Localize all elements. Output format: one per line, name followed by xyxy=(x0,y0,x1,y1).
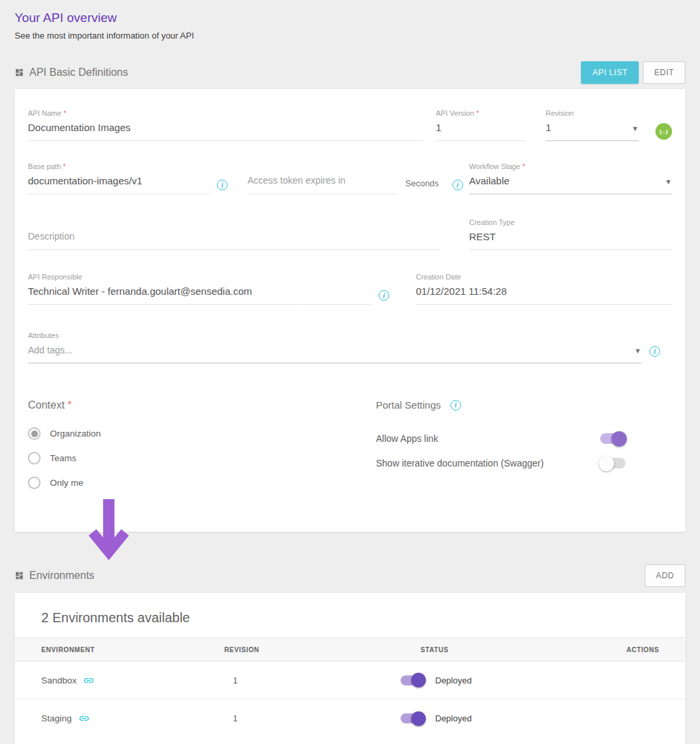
seconds-unit-label: Seconds xyxy=(405,178,439,188)
revision-value: 1 xyxy=(201,713,387,723)
table-row: Staging 1 Deployed xyxy=(15,699,685,737)
workflow-stage-select[interactable]: Workflow Stage * ▼Available xyxy=(469,162,672,194)
toggle-label: Allow Apps link xyxy=(376,433,438,444)
info-icon[interactable]: i xyxy=(452,180,463,190)
api-version-field: API Version * 1 xyxy=(436,109,526,141)
deploy-toggle[interactable] xyxy=(401,713,425,723)
api-responsible-label: API Responsible xyxy=(28,273,371,281)
column-header-environment: ENVIRONMENT xyxy=(15,646,201,653)
radio-label: Organization xyxy=(50,429,101,439)
table-header-row: ENVIRONMENT REVISION STATUS ACTIONS xyxy=(15,638,685,661)
caret-down-icon: ▼ xyxy=(634,347,641,355)
api-overview-page: Your API overview See the most important… xyxy=(0,0,700,744)
environment-name: Sandbox xyxy=(41,675,77,685)
allow-apps-link-row: Allow Apps link xyxy=(376,431,625,447)
radio-unselected-icon[interactable] xyxy=(28,476,41,489)
show-swagger-row: Show iterative documentation (Swagger) xyxy=(376,455,625,471)
description-placeholder: Description xyxy=(28,231,440,250)
info-icon[interactable]: i xyxy=(379,290,389,301)
environment-name: Staging xyxy=(41,713,72,723)
api-responsible-value: Technical Writer - fernanda.goulart@sens… xyxy=(28,285,371,305)
dashboard-grid-icon xyxy=(15,68,24,77)
environments-card: 2 Environments available ENVIRONMENT REV… xyxy=(15,593,685,744)
context-option-only-me[interactable]: Only me xyxy=(28,476,376,489)
api-name-value: Documentation Images xyxy=(28,122,423,141)
creation-type-label: Creation Type xyxy=(469,218,672,226)
api-responsible-field: API Responsible Technical Writer - ferna… xyxy=(28,273,371,305)
api-version-value: 1 xyxy=(436,122,526,141)
api-list-button[interactable]: API LIST xyxy=(581,61,639,84)
allow-apps-link-toggle[interactable] xyxy=(600,433,625,444)
required-asterisk: * xyxy=(476,109,479,117)
basic-definitions-section-title: API Basic Definitions xyxy=(15,67,128,79)
creation-type-value: REST xyxy=(469,231,672,250)
api-name-field: API Name * Documentation Images xyxy=(28,109,423,141)
required-asterisk: * xyxy=(522,162,525,170)
radio-unselected-icon[interactable] xyxy=(28,452,41,465)
radio-label: Teams xyxy=(50,453,77,463)
add-environment-button[interactable]: ADD xyxy=(645,564,685,587)
workflow-stage-label: Workflow Stage xyxy=(469,162,520,170)
caret-down-icon: ▼ xyxy=(665,178,672,186)
context-option-organization[interactable]: Organization xyxy=(28,427,376,440)
link-icon[interactable] xyxy=(83,675,94,686)
show-swagger-toggle[interactable] xyxy=(600,458,625,468)
base-path-label: Base path xyxy=(28,162,61,170)
attributes-label: Attributes xyxy=(28,331,641,339)
section-title-label: API Basic Definitions xyxy=(29,67,128,79)
revision-select[interactable]: Revision ▼1 xyxy=(546,109,639,141)
environments-section-title: Environments xyxy=(15,570,94,582)
environments-summary: 2 Environments available xyxy=(15,593,685,638)
basic-definitions-section-header: API Basic Definitions API LIST EDIT xyxy=(15,61,685,85)
code-braces-icon[interactable]: {...} xyxy=(655,123,672,140)
deploy-toggle[interactable] xyxy=(401,675,425,685)
description-field: Description xyxy=(28,231,440,250)
environments-section-header: Environments ADD xyxy=(15,564,685,588)
base-path-field: Base path * documentation-images/v1 xyxy=(28,162,209,194)
required-asterisk: * xyxy=(63,109,66,117)
portal-settings-group: Portal Settings i Allow Apps link Show i… xyxy=(376,399,672,480)
attributes-tags-input[interactable]: Attributes ▼Add tags... xyxy=(28,331,641,363)
context-option-teams[interactable]: Teams xyxy=(28,452,376,465)
attributes-placeholder[interactable]: Add tags... xyxy=(28,345,73,355)
column-header-revision: REVISION xyxy=(201,646,387,653)
info-icon[interactable]: i xyxy=(649,346,660,357)
revision-label: Revision xyxy=(546,109,639,117)
creation-date-label: Creation Date xyxy=(416,273,672,281)
environments-section: Environments ADD 2 Environments availabl… xyxy=(15,564,685,744)
dashboard-grid-icon xyxy=(15,571,24,580)
section-title-label: Environments xyxy=(29,570,94,582)
edit-button[interactable]: EDIT xyxy=(643,61,685,84)
api-version-label: API Version xyxy=(436,109,474,117)
required-asterisk: * xyxy=(63,162,66,170)
column-header-actions: ACTIONS xyxy=(600,646,685,653)
revision-value: 1 xyxy=(546,122,551,133)
workflow-stage-value: Available xyxy=(469,175,510,186)
basic-definitions-card: API Name * Documentation Images API Vers… xyxy=(15,89,685,532)
page-subtitle: See the most important information of yo… xyxy=(15,31,685,41)
api-name-label: API Name xyxy=(28,109,61,117)
creation-type-field: Creation Type REST xyxy=(469,218,672,250)
creation-date-field: Creation Date 01/12/2021 11:54:28 xyxy=(416,273,672,305)
status-label: Deployed xyxy=(435,675,472,685)
radio-selected-icon[interactable] xyxy=(28,427,41,440)
toggle-label: Show iterative documentation (Swagger) xyxy=(376,458,544,468)
link-icon[interactable] xyxy=(79,713,90,724)
portal-settings-label: Portal Settings xyxy=(376,399,441,411)
access-token-placeholder[interactable]: Access token expires in xyxy=(248,175,397,194)
context-group: Context * Organization Teams Only me xyxy=(28,399,376,501)
base-path-value: documentation-images/v1 xyxy=(28,175,209,194)
page-title: Your API overview xyxy=(15,9,685,27)
creation-date-value: 01/12/2021 11:54:28 xyxy=(416,285,672,305)
context-label: Context xyxy=(28,399,65,411)
status-label: Deployed xyxy=(435,713,472,723)
access-token-field[interactable]: Access token expires in xyxy=(248,175,397,194)
table-row: Sandbox 1 Deployed xyxy=(15,661,685,699)
required-asterisk: * xyxy=(68,399,72,411)
info-icon[interactable]: i xyxy=(450,400,461,411)
environments-table: ENVIRONMENT REVISION STATUS ACTIONS Sand… xyxy=(15,638,685,737)
revision-value: 1 xyxy=(201,675,387,685)
caret-down-icon: ▼ xyxy=(631,124,639,132)
column-header-status: STATUS xyxy=(387,646,600,653)
info-icon[interactable]: i xyxy=(217,180,228,190)
